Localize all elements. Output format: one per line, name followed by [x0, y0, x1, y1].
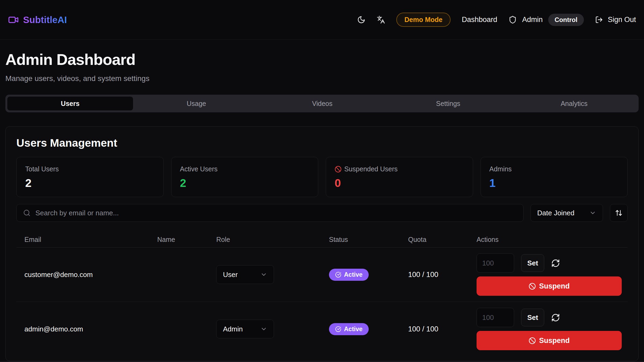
panel-title: Users Management — [16, 137, 628, 149]
stat-label: Admins — [489, 165, 619, 173]
page: SubtitleAI Demo Mode Dashboard Admin Con… — [0, 0, 644, 361]
stat-value: 2 — [25, 177, 155, 190]
tab-bar: Users Usage Videos Settings Analytics — [5, 95, 639, 112]
stats-row: Total Users 2 Active Users 2 Suspended U… — [16, 157, 628, 197]
filter-row: Date Joined — [16, 204, 628, 222]
sort-by-select[interactable]: Date Joined — [530, 204, 603, 222]
tabs-container: Users Usage Videos Settings Analytics — [0, 83, 644, 112]
admin-label: Admin — [522, 16, 543, 24]
log-out-icon — [595, 16, 603, 24]
table-row: customer@demo.com User Active 100 / 100 — [16, 248, 628, 302]
suspend-button[interactable]: Suspend — [477, 331, 622, 350]
status-badge: Active — [329, 269, 369, 281]
languages-icon — [377, 16, 385, 24]
suspend-label: Suspend — [539, 282, 570, 290]
set-quota-button[interactable]: Set — [521, 309, 544, 326]
stat-label-text: Suspended Users — [344, 165, 398, 173]
stat-label: Active Users — [180, 165, 310, 173]
nav-right: Demo Mode Dashboard Admin Control Sign O… — [357, 13, 636, 27]
sign-out-label: Sign Out — [608, 16, 636, 24]
control-badge: Control — [548, 14, 584, 26]
admin-indicator: Admin Control — [508, 14, 584, 26]
col-header-status: Status — [329, 236, 408, 243]
reset-quota-button[interactable] — [551, 313, 560, 322]
arrow-up-down-icon — [615, 209, 623, 217]
col-header-quota: Quota — [408, 236, 477, 243]
chevron-down-icon — [260, 271, 267, 278]
reset-quota-button[interactable] — [551, 259, 560, 268]
sign-out-button[interactable]: Sign Out — [595, 16, 636, 24]
search-input[interactable] — [35, 209, 517, 217]
tab-users[interactable]: Users — [7, 96, 133, 111]
page-header: Admin Dashboard Manage users, videos, an… — [0, 40, 644, 83]
chevron-down-icon — [589, 209, 596, 216]
moon-icon — [357, 16, 365, 24]
table-row: admin@demo.com Admin Active 100 / 100 — [16, 302, 628, 350]
top-navbar: SubtitleAI Demo Mode Dashboard Admin Con… — [0, 0, 644, 40]
search-box — [16, 204, 524, 222]
ban-icon — [529, 283, 536, 290]
refresh-icon — [551, 313, 560, 322]
dashboard-link[interactable]: Dashboard — [462, 16, 497, 24]
main-content: Users Management Total Users 2 Active Us… — [0, 112, 644, 361]
tab-usage[interactable]: Usage — [133, 96, 259, 111]
brand-logo[interactable]: SubtitleAI — [8, 14, 67, 25]
page-title: Admin Dashboard — [5, 50, 639, 68]
status-label: Active — [344, 326, 363, 333]
ban-icon — [529, 337, 536, 344]
tab-videos[interactable]: Videos — [259, 96, 385, 111]
table-header-row: Email Name Role Status Quota Actions — [16, 232, 628, 248]
col-header-name: Name — [157, 236, 216, 243]
circle-check-icon — [335, 272, 341, 278]
search-icon — [23, 209, 31, 217]
status-label: Active — [344, 271, 363, 278]
sort-by-selected: Date Joined — [537, 209, 575, 217]
video-camera-icon — [8, 14, 19, 25]
circle-check-icon — [335, 326, 341, 332]
quota-controls: Set — [477, 308, 622, 327]
status-badge: Active — [329, 323, 369, 335]
page-subtitle: Manage users, videos, and system setting… — [5, 74, 639, 83]
stat-label: Total Users — [25, 165, 155, 173]
stat-label: Suspended Users — [335, 165, 464, 173]
ban-icon — [335, 166, 342, 173]
brand-name: SubtitleAI — [23, 14, 67, 25]
stat-value: 0 — [335, 177, 464, 190]
role-selected: User — [223, 271, 238, 279]
chevron-down-icon — [260, 326, 267, 333]
quota-value: 100 / 100 — [408, 271, 477, 279]
tab-settings[interactable]: Settings — [385, 96, 511, 111]
quota-input[interactable] — [477, 253, 514, 273]
quota-input[interactable] — [477, 308, 514, 327]
quota-controls: Set — [477, 253, 622, 273]
demo-mode-badge: Demo Mode — [396, 13, 451, 27]
stat-value: 2 — [180, 177, 310, 190]
role-select[interactable]: User — [216, 265, 274, 284]
actions-cell: Set Suspend — [477, 308, 628, 350]
stat-card-suspended-users: Suspended Users 0 — [326, 157, 473, 197]
tab-analytics[interactable]: Analytics — [511, 96, 637, 111]
users-management-panel: Users Management Total Users 2 Active Us… — [5, 126, 639, 361]
col-header-actions: Actions — [477, 236, 628, 243]
shield-icon — [508, 16, 517, 24]
suspend-button[interactable]: Suspend — [477, 276, 622, 296]
stat-card-admins: Admins 1 — [481, 157, 628, 197]
actions-cell: Set Suspend — [477, 253, 628, 296]
suspend-label: Suspend — [539, 337, 570, 345]
sort-direction-button[interactable] — [610, 204, 628, 222]
user-email: admin@demo.com — [24, 325, 157, 333]
col-header-role: Role — [216, 236, 329, 243]
language-toggle-button[interactable] — [377, 16, 385, 24]
quota-value: 100 / 100 — [408, 325, 477, 333]
col-header-email: Email — [24, 236, 157, 243]
role-select[interactable]: Admin — [216, 320, 274, 338]
stat-card-total-users: Total Users 2 — [16, 157, 164, 197]
theme-toggle-button[interactable] — [357, 16, 365, 24]
stat-value: 1 — [489, 177, 619, 190]
stat-card-active-users: Active Users 2 — [171, 157, 319, 197]
user-email: customer@demo.com — [24, 271, 157, 279]
set-quota-button[interactable]: Set — [521, 254, 544, 272]
refresh-icon — [551, 259, 560, 268]
role-selected: Admin — [223, 325, 243, 333]
